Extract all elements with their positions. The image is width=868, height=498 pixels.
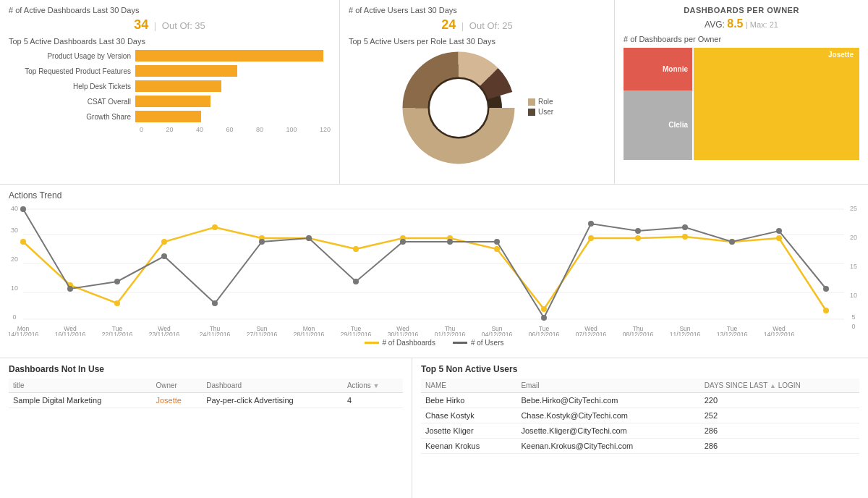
monnie-col: Monnie Clelia xyxy=(624,48,692,160)
bar-row: Top Requested Product Features xyxy=(9,65,331,77)
user-name: Bebe Hirko xyxy=(421,393,516,408)
trend-title: Actions Trend xyxy=(9,190,859,201)
col-days[interactable]: DAYS SINCE LAST ▲ LOGIN xyxy=(700,379,859,393)
svg-text:0: 0 xyxy=(851,323,855,330)
users-legend-label: # of Users xyxy=(471,339,504,347)
svg-point-55 xyxy=(729,239,735,245)
svg-text:14/12/2016: 14/12/2016 xyxy=(764,331,795,336)
table-row: Sample Digital Marketing Josette Pay-per… xyxy=(9,393,403,408)
svg-point-33 xyxy=(541,306,547,312)
trend-svg: 40 30 20 10 0 25 20 15 10 5 0 xyxy=(9,202,859,336)
user-days: 286 xyxy=(700,439,859,454)
bar-row: Growth Share xyxy=(9,111,331,122)
row-actions: 4 xyxy=(343,393,403,408)
svg-point-43 xyxy=(161,253,167,259)
svg-text:29/11/2016: 29/11/2016 xyxy=(341,331,372,336)
trend-chart: 40 30 20 10 0 25 20 15 10 5 0 xyxy=(9,202,859,336)
dashboards-out-of: 35 xyxy=(195,20,205,31)
bar-row: CSAT Overall xyxy=(9,96,331,107)
svg-point-36 xyxy=(682,234,688,240)
panel-owners: DASHBOARDS PER OWNER AVG: 8.5 | Max: 21 … xyxy=(615,0,868,184)
svg-point-34 xyxy=(588,235,594,241)
dashboards-count: 34 | Out Of: 35 xyxy=(9,17,331,33)
bottom-row: Dashboards Not In Use title Owner Dashbo… xyxy=(0,358,868,498)
user-name: Chase Kostyk xyxy=(421,408,516,423)
col-email: Email xyxy=(516,379,699,393)
svg-point-52 xyxy=(588,221,594,227)
svg-point-35 xyxy=(635,235,641,241)
panel-non-active-users: Top 5 Non Active Users NAME Email DAYS S… xyxy=(412,358,868,498)
owners-title: DASHBOARDS PER OWNER xyxy=(624,6,859,14)
svg-point-57 xyxy=(823,286,829,292)
owners-avg: AVG: 8.5 | Max: 21 xyxy=(624,17,859,30)
svg-text:20: 20 xyxy=(850,234,857,241)
svg-text:13/12/2016: 13/12/2016 xyxy=(717,331,748,336)
svg-text:22/11/2016: 22/11/2016 xyxy=(102,331,133,336)
svg-point-51 xyxy=(541,315,547,321)
clelia-bar: Clelia xyxy=(624,90,692,160)
user-days: 252 xyxy=(700,408,859,423)
row-owner: Josette xyxy=(151,393,202,408)
owners-max-val: 21 xyxy=(770,20,778,29)
svg-point-29 xyxy=(353,246,359,252)
dashboards-legend-label: # of Dashboards xyxy=(383,339,435,347)
bar-row: Product Usage by Version xyxy=(9,50,331,62)
table-row: Keenan Krokus Keenan.Krokus@CityTechi.co… xyxy=(421,439,859,454)
users-big-num: 24 xyxy=(441,17,456,32)
col-title: title xyxy=(9,379,151,393)
svg-point-38 xyxy=(776,235,782,241)
svg-point-47 xyxy=(353,279,359,284)
svg-point-26 xyxy=(212,224,218,230)
svg-text:15: 15 xyxy=(850,263,857,270)
svg-point-39 xyxy=(823,308,829,313)
users-out-of: 25 xyxy=(502,20,512,31)
owners-avg-val: 8.5 xyxy=(727,17,743,30)
svg-point-44 xyxy=(212,300,218,306)
row-dashboard: Pay-per-click Advertising xyxy=(202,393,343,408)
user-days: 286 xyxy=(700,423,859,439)
svg-point-25 xyxy=(161,239,167,245)
user-label: User xyxy=(538,108,553,116)
legend-user: User xyxy=(528,108,553,116)
svg-point-46 xyxy=(306,235,312,241)
svg-text:06/12/2016: 06/12/2016 xyxy=(529,331,560,336)
svg-point-42 xyxy=(114,279,120,284)
owners-chart: Monnie Clelia Josette xyxy=(624,48,859,160)
svg-text:25: 25 xyxy=(850,205,857,212)
svg-point-22 xyxy=(20,239,26,245)
user-name: Josette Kliger xyxy=(421,423,516,439)
svg-text:30: 30 xyxy=(11,227,18,234)
bar-axis: 0 20 40 60 80 100 120 xyxy=(9,126,331,133)
user-email: Bebe.Hirko@CityTechi.com xyxy=(516,393,699,408)
svg-text:27/11/2016: 27/11/2016 xyxy=(247,331,278,336)
user-name: Keenan Krokus xyxy=(421,439,516,454)
svg-text:01/12/2016: 01/12/2016 xyxy=(435,331,466,336)
svg-point-48 xyxy=(400,239,406,245)
svg-point-50 xyxy=(494,239,500,245)
bar-chart-dashboards: Product Usage by VersionTop Requested Pr… xyxy=(9,50,331,133)
svg-point-49 xyxy=(447,239,453,245)
legend-role: Role xyxy=(528,98,553,106)
monnie-bar: Monnie xyxy=(624,48,692,90)
user-email: Josette.Kliger@CityTechi.com xyxy=(516,423,699,439)
svg-text:04/12/2016: 04/12/2016 xyxy=(482,331,513,336)
svg-text:11/12/2016: 11/12/2016 xyxy=(670,331,701,336)
svg-text:24/11/2016: 24/11/2016 xyxy=(200,331,231,336)
dashboards-title: # of Active Dashboards Last 30 Days xyxy=(9,6,331,14)
user-email: Keenan.Krokus@CityTechi.com xyxy=(516,439,699,454)
svg-point-5 xyxy=(430,79,488,137)
svg-point-32 xyxy=(494,246,500,252)
role-color xyxy=(528,98,535,106)
user-days: 220 xyxy=(700,393,859,408)
not-in-use-title: Dashboards Not In Use xyxy=(9,364,403,374)
panel-not-in-use: Dashboards Not In Use title Owner Dashbo… xyxy=(0,358,412,498)
josette-col: Josette xyxy=(694,48,859,160)
legend-users: # of Users xyxy=(453,339,504,347)
svg-text:10: 10 xyxy=(850,292,857,299)
col-owner: Owner xyxy=(151,379,202,393)
svg-text:0: 0 xyxy=(12,313,16,321)
row-title: Sample Digital Marketing xyxy=(9,393,151,408)
svg-text:20: 20 xyxy=(11,256,18,263)
non-active-table: NAME Email DAYS SINCE LAST ▲ LOGIN Bebe … xyxy=(421,379,859,454)
col-actions[interactable]: Actions ▼ xyxy=(343,379,403,393)
